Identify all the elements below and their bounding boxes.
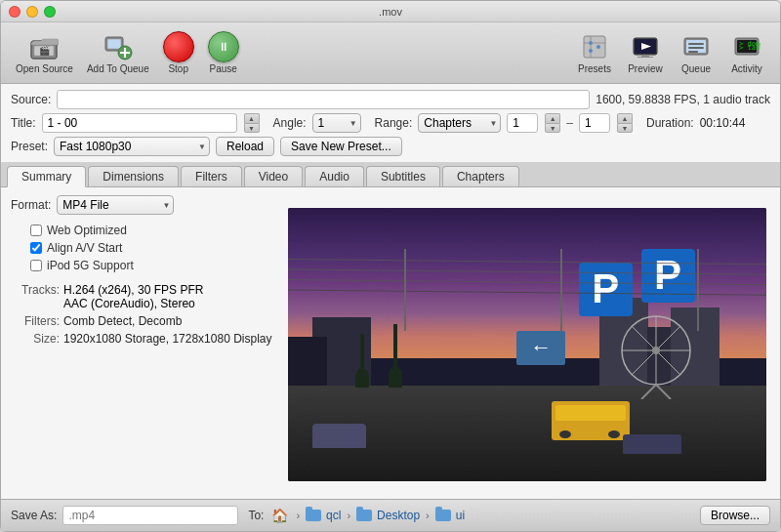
activity-icon: > task... > done [731, 31, 762, 62]
title-label: Title: [11, 116, 36, 130]
svg-line-40 [656, 385, 671, 399]
close-button[interactable] [9, 6, 21, 18]
title-spin-down[interactable]: ▼ [244, 123, 260, 133]
svg-line-39 [641, 385, 656, 399]
toolbar: 🎬 Open Source Add To Queue Stop ⏸ [1, 22, 780, 84]
tree-top-1 [355, 368, 369, 388]
ipod-label[interactable]: iPod 5G Support [47, 259, 134, 272]
tab-subtitles[interactable]: Subtitles [366, 166, 440, 186]
path-arrow-1: › [296, 510, 300, 521]
range-start-input[interactable] [507, 113, 538, 133]
svg-line-41 [288, 259, 766, 264]
svg-rect-18 [641, 55, 649, 57]
range-end-spin-down[interactable]: ▼ [617, 123, 633, 133]
ipod-checkbox[interactable] [30, 260, 42, 271]
svg-rect-5 [107, 39, 121, 49]
format-row: Format: MP4 File MKV File WebM File [11, 195, 274, 215]
range-start-spin-up[interactable]: ▲ [545, 113, 560, 123]
title-input[interactable] [42, 113, 237, 133]
save-as-input[interactable] [62, 506, 238, 525]
preset-row: Preset: Fast 1080p30 HQ 1080p30 Surround… [11, 137, 770, 156]
web-optimized-label[interactable]: Web Optimized [47, 224, 127, 237]
pause-icon: ⏸ [208, 31, 239, 62]
arrow-sign: ← [516, 331, 565, 365]
tab-summary[interactable]: Summary [7, 166, 86, 187]
folder-icon-2 [356, 510, 372, 521]
align-av-row: Align A/V Start [11, 240, 274, 256]
path-arrow-2: › [347, 510, 350, 521]
title-spin-up[interactable]: ▲ [244, 113, 260, 123]
tab-chapters[interactable]: Chapters [442, 166, 519, 186]
reload-button[interactable]: Reload [216, 137, 274, 156]
range-end-input[interactable] [579, 113, 610, 133]
tracks-value: H.264 (x264), 30 FPS PFR AAC (CoreAudio)… [63, 283, 203, 310]
path-folder-3[interactable]: ui [435, 509, 465, 522]
traffic-lights [9, 6, 56, 18]
minimize-button[interactable] [26, 6, 38, 18]
folder-icon-3 [435, 510, 451, 521]
preview-label: Preview [628, 63, 663, 74]
source-label: Source: [11, 93, 51, 106]
align-av-label[interactable]: Align A/V Start [47, 241, 122, 255]
source-input[interactable] [57, 90, 590, 109]
stop-button[interactable]: Stop [158, 28, 199, 77]
save-as-label: Save As: [11, 509, 57, 522]
range-end-spin-up[interactable]: ▲ [617, 113, 633, 123]
source-info: 1600, 59.8838 FPS, 1 audio track [596, 93, 770, 106]
window-title: .mov [379, 6, 402, 18]
presets-button[interactable]: Presets [571, 28, 618, 77]
path-desktop[interactable]: Desktop [377, 509, 420, 522]
ipod-row: iPod 5G Support [11, 258, 274, 273]
power-lines [288, 249, 766, 331]
web-optimized-checkbox[interactable] [30, 225, 42, 236]
range-select[interactable]: Chapters Seconds Frames [418, 113, 501, 133]
queue-button[interactable]: Queue [673, 28, 719, 77]
main-area: Format: MP4 File MKV File WebM File Web … [11, 187, 770, 493]
maximize-button[interactable] [44, 6, 56, 18]
preview-icon [630, 31, 661, 62]
web-optimized-row: Web Optimized [11, 223, 274, 238]
pause-button[interactable]: ⏸ Pause [203, 28, 244, 77]
path-folder-2[interactable]: Desktop [356, 509, 420, 522]
title-spinner: ▲ ▼ [244, 113, 260, 133]
tab-audio[interactable]: Audio [305, 166, 364, 186]
open-source-button[interactable]: 🎬 Open Source [11, 28, 78, 77]
tracks-label: Tracks: [11, 283, 60, 310]
svg-rect-22 [688, 43, 704, 45]
align-av-checkbox[interactable] [30, 242, 42, 254]
add-to-queue-label: Add To Queue [87, 63, 149, 74]
building-2 [288, 337, 327, 386]
path-arrow-3: › [426, 510, 430, 521]
save-preset-button[interactable]: Save New Preset... [280, 137, 402, 156]
add-to-queue-button[interactable]: Add To Queue [82, 28, 154, 77]
activity-button[interactable]: > task... > done Activity [723, 28, 770, 77]
open-source-icon: 🎬 [28, 31, 60, 62]
browse-button[interactable]: Browse... [700, 506, 770, 525]
activity-label: Activity [731, 63, 762, 74]
svg-text:> done: > done [739, 40, 760, 48]
add-to-queue-icon [103, 31, 134, 62]
tab-dimensions[interactable]: Dimensions [88, 166, 179, 186]
format-select[interactable]: MP4 File MKV File WebM File [57, 195, 174, 215]
angle-select[interactable]: 1 [312, 113, 361, 133]
size-value: 1920x1080 Storage, 1728x1080 Display [63, 332, 272, 346]
tab-filters[interactable]: Filters [181, 166, 242, 186]
preview-button[interactable]: Preview [622, 28, 669, 77]
range-start-spinner: ▲ ▼ [545, 113, 560, 133]
range-start-spin-down[interactable]: ▼ [545, 123, 560, 133]
svg-point-38 [652, 347, 660, 354]
stop-label: Stop [168, 63, 188, 74]
range-select-wrapper: Chapters Seconds Frames [418, 113, 501, 133]
svg-rect-23 [688, 47, 704, 49]
path-folder-1[interactable]: qcl [306, 509, 341, 522]
path-ui[interactable]: ui [456, 509, 465, 522]
preset-select[interactable]: Fast 1080p30 HQ 1080p30 Surround Super H… [54, 137, 210, 156]
svg-line-43 [288, 279, 766, 284]
preset-label: Preset: [11, 140, 48, 153]
tab-video[interactable]: Video [244, 166, 303, 186]
open-source-label: Open Source [16, 63, 73, 74]
car-2 [623, 434, 681, 454]
filters-row: Filters: Comb Detect, Decomb [11, 314, 274, 328]
path-qcl[interactable]: qcl [326, 509, 341, 522]
svg-text:🎬: 🎬 [39, 45, 51, 57]
